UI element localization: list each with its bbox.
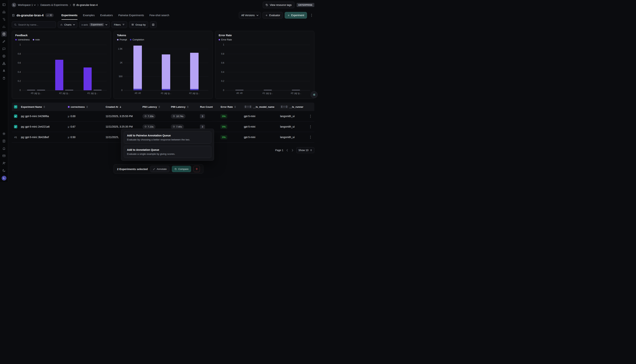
chart-bar[interactable]	[94, 90, 102, 90]
row-menu-kebab[interactable]: ⋮	[308, 114, 313, 119]
playground-icon[interactable]	[1, 53, 7, 59]
view-resource-tags-button[interactable]: View resource tags	[263, 2, 294, 8]
chart-bar[interactable]	[190, 89, 199, 90]
experiments-icon[interactable]	[1, 61, 7, 66]
add-to-annotation-queue-option[interactable]: Add to Annotation Queue Evaluate a singl…	[124, 146, 211, 158]
breadcrumb-separator-icon	[37, 4, 39, 6]
chart-bar[interactable]	[65, 90, 73, 90]
column-header-error[interactable]: Error Rate	[221, 106, 244, 108]
chart-bar[interactable]	[264, 90, 272, 90]
tab-fewshot-search[interactable]: Few-shot search	[149, 10, 169, 20]
experiment-name[interactable]: pg::gpt-5-mini::04296f6a	[21, 115, 68, 118]
sort-icon[interactable]	[234, 106, 236, 108]
prompts-icon[interactable]	[1, 46, 7, 52]
sort-icon[interactable]	[43, 106, 46, 108]
experiment-name[interactable]: pg::gpt-5-mini::2e4221a6	[21, 125, 68, 128]
chart-bar[interactable]	[190, 53, 199, 89]
column-header-created[interactable]: Created At	[106, 106, 142, 108]
user-avatar[interactable]: L	[2, 176, 7, 180]
legend-item[interactable]: Prompt	[117, 38, 127, 41]
add-evaluator-button[interactable]: Evaluator	[263, 12, 283, 18]
y-axis-tick: 0.8	[218, 52, 224, 55]
x-axis-label: #2: pg::g...	[59, 92, 70, 94]
home-icon[interactable]	[1, 9, 7, 15]
column-header-p50[interactable]: P50 Latency	[142, 106, 171, 108]
dataset-id-badge[interactable]: ID	[45, 14, 54, 17]
row-checkbox[interactable]	[14, 125, 17, 128]
plus-icon	[265, 14, 268, 16]
breadcrumb-current[interactable]: ds-granular-bran-4	[73, 4, 98, 6]
tracing-icon[interactable]	[1, 16, 7, 22]
workspace-avatar[interactable]: L	[12, 3, 16, 7]
search-input[interactable]	[18, 23, 54, 26]
table-row[interactable]: pg::gpt-5-mini::04296f6a μ0.00 11/11/202…	[12, 111, 314, 122]
experiment-name[interactable]: pg::gpt-5-mini::3b42dbef	[21, 136, 68, 138]
group-by-button[interactable]: Group by	[129, 21, 148, 28]
notifications-icon[interactable]	[1, 146, 7, 151]
breadcrumb-datasets-link[interactable]: Datasets & Experiments	[40, 4, 68, 6]
sidebar-toggle-icon[interactable]	[1, 2, 7, 7]
settings-icon[interactable]	[1, 131, 7, 136]
workspace-switcher[interactable]: Workspace 1	[18, 4, 36, 6]
tab-examples[interactable]: Examples	[83, 10, 95, 20]
versions-dropdown[interactable]: All Versions	[239, 12, 261, 18]
legend-item[interactable]: Error Rate	[219, 38, 232, 41]
sort-desc-icon[interactable]	[119, 106, 122, 108]
chart-bar[interactable]	[292, 90, 300, 90]
datasets-icon[interactable]	[1, 31, 7, 37]
chart-bar[interactable]	[37, 90, 45, 90]
column-header-runs[interactable]: Run Count	[200, 106, 221, 108]
annotation-queues-icon[interactable]	[1, 38, 7, 44]
monitoring-icon[interactable]	[1, 24, 7, 30]
row-menu-kebab[interactable]: ⋮	[308, 124, 313, 130]
chart-bar[interactable]	[55, 60, 63, 90]
column-header-name[interactable]: Experiment Name	[21, 106, 68, 108]
row-menu-kebab[interactable]: ⋮	[308, 134, 313, 140]
tab-experiments[interactable]: Experiments	[62, 10, 78, 20]
annotate-button[interactable]: Annotate	[150, 166, 169, 172]
filters-button[interactable]: Filters	[112, 21, 127, 28]
column-header-runner[interactable]: {···}__ls_runner	[280, 105, 308, 108]
charts-dropdown[interactable]: Charts	[58, 21, 77, 28]
inbox-icon[interactable]	[1, 153, 7, 158]
chart-bar[interactable]	[162, 89, 170, 90]
chart-bar[interactable]	[84, 68, 92, 90]
chart-bar[interactable]	[162, 54, 170, 89]
legend-item[interactable]: Completion	[130, 38, 144, 41]
docs-icon[interactable]	[1, 138, 7, 144]
columns-button[interactable]	[150, 21, 157, 28]
prev-page-button[interactable]	[286, 148, 289, 152]
top-bar: L Workspace 1 Datasets & Experiments ds-…	[12, 0, 314, 10]
delete-button[interactable]	[194, 166, 200, 172]
add-experiment-button[interactable]: Experiment	[285, 12, 307, 18]
page-menu-kebab[interactable]: ⋮	[309, 12, 314, 18]
chart-bar[interactable]	[133, 46, 142, 88]
sort-icon[interactable]	[86, 106, 88, 108]
invite-members-icon[interactable]	[1, 160, 7, 166]
dark-mode-icon[interactable]	[1, 168, 7, 173]
select-all-checkbox[interactable]	[14, 105, 17, 108]
hub-icon[interactable]	[1, 75, 7, 81]
next-page-button[interactable]	[291, 148, 294, 152]
sort-icon[interactable]	[187, 106, 189, 108]
page-size-select[interactable]: Show 10	[296, 147, 314, 153]
run-count-badge: 3	[200, 114, 205, 118]
chart-bar[interactable]	[235, 90, 243, 90]
legend-item[interactable]: correctness	[15, 38, 30, 41]
column-header-correctness[interactable]: correctness	[68, 106, 106, 108]
tab-pairwise-experiments[interactable]: Pairwise Experiments	[118, 10, 144, 20]
column-header-model[interactable]: {···}__ls_model_name	[244, 105, 280, 108]
sort-icon[interactable]	[158, 106, 160, 108]
column-header-p99[interactable]: P99 Latency	[171, 106, 200, 108]
add-to-pairwise-annotation-queue-option[interactable]: Add to Pairwise Annotation Queue Evaluat…	[124, 132, 211, 144]
row-checkbox[interactable]	[14, 114, 17, 118]
legend-item[interactable]: note	[33, 38, 40, 41]
chart-controls-button[interactable]	[311, 91, 318, 98]
xaxis-dropdown[interactable]: x-axis Experiment	[79, 21, 110, 28]
deployments-icon[interactable]	[1, 68, 7, 74]
tab-evaluators[interactable]: Evaluators	[100, 10, 113, 20]
chart-bar[interactable]	[27, 90, 35, 90]
chart-bar[interactable]	[133, 89, 142, 90]
x-axis-label: #3: pg::g...	[31, 92, 41, 94]
compare-button[interactable]: Compare	[172, 166, 191, 172]
